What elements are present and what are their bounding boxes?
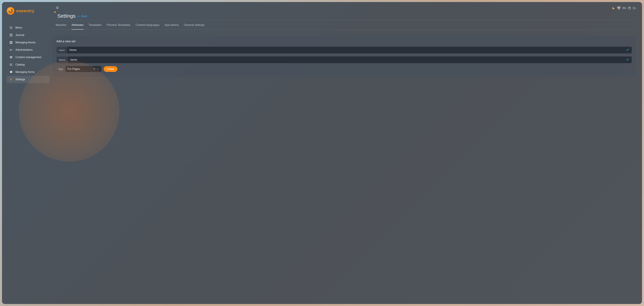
add-set-card: Add a new set Name Marker (52, 36, 636, 77)
key-icon (10, 48, 13, 52)
svg-point-9 (10, 57, 10, 57)
page-title: Settings (57, 13, 76, 19)
name-input-wrap (67, 47, 632, 53)
tab-modules[interactable]: Modules (56, 23, 66, 29)
sidebar-item-catalog[interactable]: Catalog (2, 61, 52, 68)
help-icon[interactable] (628, 7, 631, 10)
svg-point-20 (11, 79, 12, 80)
sidebar-item-label: Catalog (16, 63, 25, 66)
page-header: Settings Back (52, 10, 642, 19)
logout-icon[interactable] (633, 7, 636, 10)
arrow-left-icon (78, 15, 80, 18)
svg-point-5 (10, 49, 11, 51)
list-icon (10, 63, 13, 66)
tab-general-settings[interactable]: General settings (184, 23, 204, 29)
sidebar-item-journal[interactable]: Journal (2, 31, 52, 39)
svg-rect-18 (10, 71, 12, 73)
check-icon (626, 58, 629, 62)
sidebar-item-label: Content management (16, 56, 41, 59)
svg-point-10 (11, 57, 11, 58)
type-select-value: For Pages (68, 68, 80, 71)
sidebar-item-label: Administrators (16, 48, 32, 51)
sidebar: oneentry Menu Journal (2, 2, 52, 304)
svg-point-15 (10, 64, 10, 64)
sidebar-item-label: Managing blocks (16, 41, 36, 44)
logo-text: oneentry (16, 9, 34, 13)
sliders-icon (10, 56, 13, 59)
hamburger-icon[interactable] (56, 6, 59, 10)
create-button[interactable]: Create (104, 66, 118, 72)
marker-field-row: Marker (56, 56, 632, 63)
name-input[interactable] (67, 47, 626, 53)
sidebar-item-settings[interactable]: Settings (7, 76, 50, 83)
sidebar-item-managing-blocks[interactable]: Managing blocks (2, 39, 52, 46)
type-select[interactable]: For Pages (66, 66, 101, 72)
type-label: Type (56, 68, 63, 70)
language-selector[interactable]: EN (623, 7, 626, 10)
svg-point-19 (10, 71, 11, 72)
menu-icon (10, 26, 13, 29)
sidebar-item-label: Settings (16, 78, 25, 81)
topbar: EN (52, 2, 642, 10)
svg-point-17 (10, 65, 10, 66)
status-dot-icon (54, 12, 56, 13)
topbar-actions: EN (612, 6, 636, 10)
logo[interactable]: oneentry (2, 7, 52, 15)
type-row: Type For Pages Create (56, 66, 632, 72)
marker-input-wrap (68, 56, 632, 63)
form-icon (10, 70, 13, 74)
moon-icon[interactable] (612, 7, 615, 10)
journal-icon (10, 33, 13, 37)
gear-icon (10, 78, 13, 81)
back-label: Back (81, 15, 87, 18)
tab-preview-templates[interactable]: Preview Templates (107, 23, 130, 29)
blocks-icon (10, 41, 13, 44)
svg-rect-4 (10, 42, 12, 43)
marker-label: Marker (56, 56, 68, 63)
svg-point-16 (10, 65, 10, 65)
app-window: oneentry Menu Journal (2, 2, 642, 304)
sidebar-item-menu[interactable]: Menu (2, 24, 52, 31)
check-icon (626, 48, 629, 52)
main-content: EN Settings Back Modules (52, 2, 642, 304)
tab-app-tokens[interactable]: App tokens (164, 23, 179, 29)
select-controls (93, 68, 99, 71)
card-title: Add a new set (56, 40, 632, 43)
sidebar-nav: Menu Journal Managing blocks (2, 24, 52, 83)
back-link[interactable]: Back (78, 15, 87, 18)
logo-icon (7, 7, 14, 15)
sidebar-item-administrators[interactable]: Administrators (2, 46, 52, 54)
sidebar-item-label: Menu (16, 26, 22, 29)
sidebar-item-label: Journal (16, 34, 24, 37)
name-label: Name (56, 47, 67, 53)
tab-attributes[interactable]: Attributes (72, 23, 84, 29)
layout-container: oneentry Menu Journal (2, 2, 642, 304)
sidebar-item-content-management[interactable]: Content management (2, 54, 52, 61)
svg-point-11 (12, 56, 12, 57)
tab-templates[interactable]: Templates (88, 23, 102, 29)
name-field-row: Name (56, 47, 632, 54)
chevron-down-icon[interactable] (97, 68, 99, 71)
marker-input[interactable] (68, 56, 626, 63)
tab-content-languages[interactable]: Content languages (136, 23, 160, 29)
sidebar-item-managing-forms[interactable]: Managing forms (2, 68, 52, 76)
tabs: Modules Attributes Templates Preview Tem… (52, 20, 636, 30)
clear-icon[interactable] (93, 68, 95, 71)
diamond-icon[interactable] (617, 6, 621, 10)
sidebar-item-label: Managing forms (16, 71, 35, 74)
